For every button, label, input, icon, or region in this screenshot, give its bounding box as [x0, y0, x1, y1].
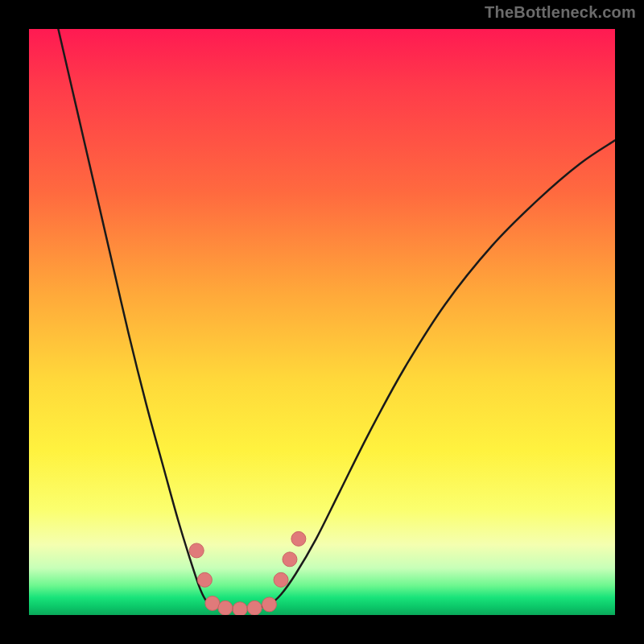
chart-marker: [233, 602, 247, 615]
chart-frame: TheBottleneck.com: [0, 0, 644, 644]
chart-marker: [197, 572, 212, 587]
chart-marker: [283, 552, 297, 567]
chart-markers: [189, 531, 306, 615]
chart-marker: [262, 597, 276, 612]
chart-marker: [218, 601, 233, 615]
watermark-text: TheBottleneck.com: [485, 3, 636, 22]
chart-marker: [189, 543, 204, 558]
chart-marker: [274, 572, 288, 587]
chart-marker: [247, 601, 262, 615]
chart-svg: [29, 29, 615, 615]
chart-marker: [205, 596, 220, 610]
chart-curve: [58, 29, 615, 609]
chart-marker: [291, 531, 306, 546]
chart-plot-area: [29, 29, 615, 615]
